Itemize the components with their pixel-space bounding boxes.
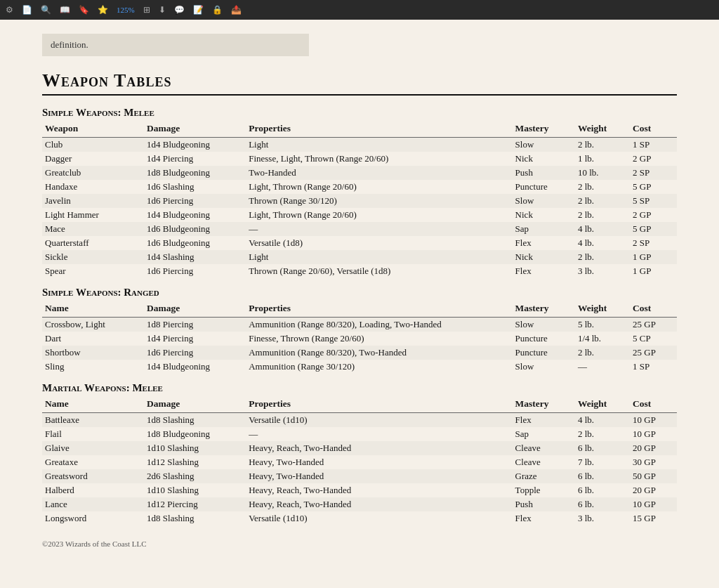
table-cell: Sickle <box>42 250 144 264</box>
table-cell: 2 lb. <box>575 208 630 222</box>
table-cell: 10 lb. <box>575 166 630 180</box>
table-cell: 10 GP <box>630 413 677 428</box>
toolbar-icon-comment[interactable]: 💬 <box>174 5 185 15</box>
table-cell: Nick <box>513 152 575 166</box>
table-cell: 2 lb. <box>575 346 630 360</box>
table-cell: Sap <box>513 222 575 236</box>
table-cell: Thrown (Range 30/120) <box>246 194 512 208</box>
table-cell: 7 lb. <box>575 455 630 469</box>
table-cell: Greatclub <box>42 166 144 180</box>
table-cell: Slow <box>513 138 575 152</box>
table-cell: — <box>246 222 512 236</box>
table-cell: Light, Thrown (Range 20/60) <box>246 180 512 194</box>
table-row: Spear1d6 PiercingThrown (Range 20/60), V… <box>42 264 677 278</box>
definition-text: definition. <box>51 39 88 50</box>
table-cell: Push <box>513 166 575 180</box>
table-row: Javelin1d6 PiercingThrown (Range 30/120)… <box>42 194 677 208</box>
col-header-weight-m: Weight <box>575 397 630 413</box>
table-cell: Heavy, Two-Handed <box>246 455 512 469</box>
table-row: Flail1d8 Bludgeoning—Sap2 lb.10 GP <box>42 427 677 441</box>
col-header-name-m: Name <box>42 397 144 413</box>
table-cell: 6 lb. <box>575 441 630 455</box>
table-cell: 1d8 Piercing <box>144 318 246 332</box>
table-row: Lance1d12 PiercingHeavy, Reach, Two-Hand… <box>42 497 677 511</box>
toolbar-icon-download[interactable]: ⬇ <box>159 5 166 15</box>
table-cell: Light, Thrown (Range 20/60) <box>246 208 512 222</box>
table-martial-melee: Name Damage Properties Mastery Weight Co… <box>42 397 677 525</box>
table-row: Dart1d4 PiercingFinesse, Thrown (Range 2… <box>42 332 677 346</box>
table-cell: 5 CP <box>630 332 677 346</box>
definition-box: definition. <box>42 34 309 56</box>
toolbar-icon-settings[interactable]: ⚙ <box>6 5 13 15</box>
table-cell: Mace <box>42 222 144 236</box>
table-cell: Graze <box>513 469 575 483</box>
col-header-weight: Weight <box>575 122 630 138</box>
table-cell: 1d6 Piercing <box>144 194 246 208</box>
table-cell: Slow <box>513 194 575 208</box>
table-cell: Puncture <box>513 346 575 360</box>
table-cell: Sling <box>42 360 144 374</box>
toolbar-icon-edit[interactable]: 📝 <box>193 5 204 15</box>
toolbar-icon-bookmark[interactable]: 🔖 <box>79 5 89 15</box>
table-row: Shortbow1d6 PiercingAmmunition (Range 80… <box>42 346 677 360</box>
col-header-cost: Cost <box>630 122 677 138</box>
toolbar-icon-lock[interactable]: 🔒 <box>212 5 223 15</box>
table-cell: 1d8 Slashing <box>144 511 246 525</box>
toolbar-icon-book[interactable]: 📖 <box>60 5 70 15</box>
table-cell: 2 SP <box>630 166 677 180</box>
table-row: Greataxe1d12 SlashingHeavy, Two-HandedCl… <box>42 455 677 469</box>
toolbar-icon-share[interactable]: 📤 <box>231 5 242 15</box>
table-row: Light Hammer1d4 BludgeoningLight, Thrown… <box>42 208 677 222</box>
table-cell: 4 lb. <box>575 413 630 428</box>
table-row: Glaive1d10 SlashingHeavy, Reach, Two-Han… <box>42 441 677 455</box>
table-cell: 1d4 Bludgeoning <box>144 138 246 152</box>
table-cell: Puncture <box>513 180 575 194</box>
table-row: Quarterstaff1d6 BludgeoningVersatile (1d… <box>42 236 677 250</box>
table-row: Club1d4 BludgeoningLightSlow2 lb.1 SP <box>42 138 677 152</box>
table-cell: Quarterstaff <box>42 236 144 250</box>
table-cell: Halberd <box>42 483 144 497</box>
table-cell: 1 SP <box>630 138 677 152</box>
toolbar: ⚙ 📄 🔍 📖 🔖 ⭐ 125% ⊞ ⬇ 💬 📝 🔒 📤 <box>0 0 719 20</box>
table-cell: 1/4 lb. <box>575 332 630 346</box>
table-cell: 2 lb. <box>575 180 630 194</box>
table-cell: 1d4 Piercing <box>144 152 246 166</box>
table-cell: 6 lb. <box>575 469 630 483</box>
page-container: definition. Weapon Tables Simple Weapons… <box>0 20 719 588</box>
toolbar-icon-search[interactable]: 🔍 <box>41 5 51 15</box>
table-cell: 2d6 Slashing <box>144 469 246 483</box>
table-cell: 2 lb. <box>575 427 630 441</box>
table-cell: 3 lb. <box>575 511 630 525</box>
table-cell: Light Hammer <box>42 208 144 222</box>
col-header-weight-r: Weight <box>575 301 630 318</box>
table-cell: 3 lb. <box>575 264 630 278</box>
table-cell: 50 GP <box>630 469 677 483</box>
toolbar-icon-file[interactable]: 📄 <box>22 5 32 15</box>
table-cell: Shortbow <box>42 346 144 360</box>
table-row: Mace1d6 Bludgeoning—Sap4 lb.5 GP <box>42 222 677 236</box>
table-cell: 2 GP <box>630 152 677 166</box>
table-cell: 2 lb. <box>575 250 630 264</box>
col-header-mastery-r: Mastery <box>513 301 575 318</box>
col-header-mastery-m: Mastery <box>513 397 575 413</box>
table-cell: 2 SP <box>630 236 677 250</box>
table-cell: Flex <box>513 264 575 278</box>
table-cell: Finesse, Thrown (Range 20/60) <box>246 332 512 346</box>
table-cell: Crossbow, Light <box>42 318 144 332</box>
table-cell: 1d8 Bludgeoning <box>144 166 246 180</box>
toolbar-icon-grid[interactable]: ⊞ <box>143 5 150 15</box>
table-cell: 1 GP <box>630 250 677 264</box>
table-cell: — <box>246 427 512 441</box>
table-cell: 15 GP <box>630 511 677 525</box>
title-rule <box>42 94 677 96</box>
section-title-martial-melee: Martial Weapons: Melee <box>42 382 677 394</box>
table-cell: 5 GP <box>630 222 677 236</box>
toolbar-icon-star[interactable]: ⭐ <box>98 5 108 15</box>
table-cell: 1d10 Slashing <box>144 483 246 497</box>
section-title-simple-ranged: Simple Weapons: Ranged <box>42 287 677 299</box>
table-row: Dagger1d4 PiercingFinesse, Light, Thrown… <box>42 152 677 166</box>
table-cell: Heavy, Reach, Two-Handed <box>246 497 512 511</box>
col-header-name: Name <box>42 301 144 318</box>
table-cell: Club <box>42 138 144 152</box>
table-cell: 6 lb. <box>575 497 630 511</box>
